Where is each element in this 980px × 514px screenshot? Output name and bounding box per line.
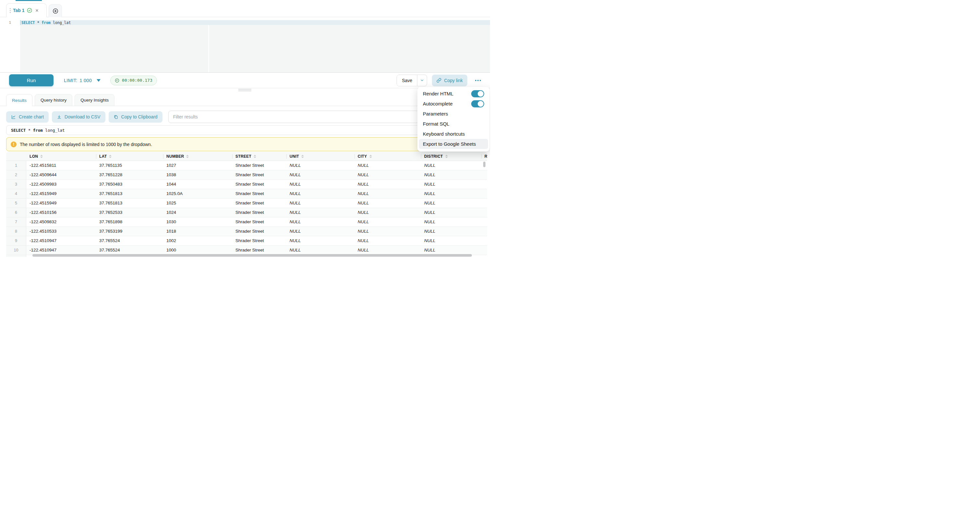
table-cell: NULL [355, 170, 421, 179]
editor-active-line[interactable]: SELECT * from long_lat [20, 20, 490, 25]
clock-icon [115, 78, 119, 83]
more-options-button[interactable] [473, 77, 483, 84]
column-header-street[interactable]: STREET [232, 152, 286, 161]
copy-clipboard-button[interactable]: Copy to Clipboard [109, 111, 162, 123]
menu-item-format-sql[interactable]: Format SQL [419, 119, 488, 129]
close-tab-icon[interactable]: ✕ [35, 8, 39, 13]
table-cell: 1018 [163, 227, 232, 236]
table-cell: 1024 [163, 208, 232, 217]
table-cell: Shrader Street [232, 180, 286, 189]
save-button[interactable]: Save [397, 75, 417, 86]
table-cell: NULL [421, 170, 481, 179]
sql-text: * [25, 128, 33, 133]
autocomplete-toggle[interactable] [471, 100, 484, 107]
row-number: 2 [6, 170, 26, 179]
table-cell: -122.4510533 [26, 227, 96, 236]
sql-text: long_lat [51, 21, 71, 25]
table-cell: Shrader Street [232, 246, 286, 255]
download-csv-button[interactable]: Download to CSV [52, 111, 105, 123]
row-number: 11 [6, 255, 26, 257]
column-header-region[interactable]: RE [481, 152, 487, 161]
table-cell: NULL [421, 189, 481, 198]
run-button[interactable]: Run [9, 74, 54, 86]
table-cell: NULL [355, 180, 421, 189]
table-cell: NULL [421, 236, 481, 245]
row-number: 3 [6, 180, 26, 189]
table-row: 7-122.450983237.76518981030Shrader Stree… [6, 217, 487, 227]
table-cell: 37.7651135 [96, 161, 163, 170]
column-header-city[interactable]: CITY [355, 152, 421, 161]
editor-pane-divider [208, 25, 209, 72]
horizontal-scrollbar-thumb[interactable] [32, 254, 472, 257]
table-row: 9-122.451094737.7655241002Shrader Street… [6, 236, 487, 246]
run-toolbar: Run LIMIT: 1 000 00:00:00.173 Save Copy … [0, 73, 490, 88]
table-cell: 1002 [163, 236, 232, 245]
query-tab-bar: Tab 1 ✕ [0, 3, 490, 17]
editor-gutter: 1 [0, 17, 20, 72]
menu-item-export-google-sheets[interactable]: Export to Google Sheets [419, 139, 488, 149]
render-html-toggle[interactable] [471, 90, 484, 97]
warning-text: The number of rows displayed is limited … [20, 142, 152, 147]
save-options-chevron[interactable] [417, 75, 427, 86]
row-number: 9 [6, 236, 26, 245]
table-cell: NULL [355, 217, 421, 227]
copy-icon [113, 115, 118, 120]
sql-keyword: SELECT [21, 21, 35, 25]
column-header-lat[interactable]: LAT [96, 152, 163, 161]
table-cell: NULL [421, 227, 481, 236]
table-cell: Shrader Street [232, 217, 286, 227]
table-cell: 1030 [163, 217, 232, 227]
table-cell: 37.7651898 [96, 217, 163, 227]
table-row: 3-122.450998337.76504831044Shrader Stree… [6, 180, 487, 189]
table-cell: NULL [286, 161, 355, 170]
table-cell: Shrader Street [232, 227, 286, 236]
table-cell: NULL [355, 208, 421, 217]
table-row: 8-122.451053337.76531991018Shrader Stree… [6, 227, 487, 236]
menu-item-parameters[interactable]: Parameters [419, 109, 488, 119]
new-tab-button[interactable] [49, 4, 62, 17]
table-cell: 1027 [163, 161, 232, 170]
options-menu: Render HTML Autocomplete Parameters Form… [417, 87, 490, 152]
menu-item-render-html[interactable]: Render HTML [419, 89, 488, 99]
table-cell: -122.4515949 [26, 189, 96, 198]
row-number-header [6, 152, 26, 161]
copy-link-button[interactable]: Copy link [432, 75, 467, 86]
caret-down-icon [97, 79, 100, 82]
table-cell: NULL [286, 236, 355, 245]
table-cell: NULL [286, 170, 355, 179]
tab-results[interactable]: Results [6, 94, 32, 106]
table-cell: -122.4509644 [26, 170, 96, 179]
table-cell: 37.7650483 [96, 180, 163, 189]
table-cell: -122.4515811 [26, 161, 96, 170]
row-number: 7 [6, 217, 26, 227]
column-header-unit[interactable]: UNIT [286, 152, 355, 161]
sql-preview: SELECT * from long_lat [6, 125, 483, 135]
tab-query-history[interactable]: Query history [35, 94, 72, 106]
column-header-district[interactable]: DISTRICT [421, 152, 481, 161]
row-limit-warning: ! The number of rows displayed is limite… [6, 137, 483, 151]
create-chart-button[interactable]: Create chart [6, 111, 49, 123]
row-number: 10 [6, 246, 26, 255]
tab-label: Tab 1 [13, 8, 25, 13]
column-header-lon[interactable]: LON [26, 152, 96, 161]
vertical-scrollbar-thumb[interactable] [483, 161, 485, 167]
results-actions-row: Create chart Download to CSV Copy to Cli… [6, 111, 483, 123]
check-circle-icon [27, 8, 32, 13]
limit-dropdown[interactable]: LIMIT: 1 000 [64, 78, 100, 83]
tab-query-insights[interactable]: Query Insights [75, 94, 115, 106]
table-cell: 37.7652533 [96, 208, 163, 217]
table-row: 6-122.451015637.76525331024Shrader Stree… [6, 208, 487, 217]
sql-editor-page: Tab 1 ✕ 1 SELECT * from long_lat Run LIM… [0, 0, 490, 257]
drag-dots-icon[interactable] [10, 8, 11, 13]
sql-keyword: from [33, 128, 43, 133]
table-cell: NULL [355, 246, 421, 255]
menu-item-autocomplete[interactable]: Autocomplete [419, 99, 488, 109]
pane-resize-handle[interactable] [239, 89, 251, 92]
row-number: 1 [6, 161, 26, 170]
editor-empty-area[interactable] [20, 25, 490, 72]
column-header-number[interactable]: NUMBER [163, 152, 232, 161]
table-cell: NULL [286, 217, 355, 227]
limit-label: LIMIT: [64, 78, 77, 83]
menu-item-keyboard-shortcuts[interactable]: Keyboard shortcuts [419, 129, 488, 139]
tab-1[interactable]: Tab 1 ✕ [6, 3, 47, 17]
